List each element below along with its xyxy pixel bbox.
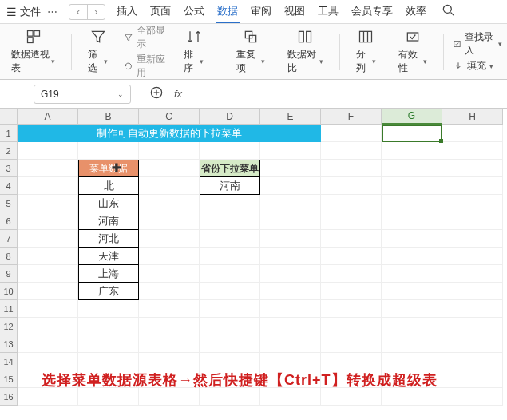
cell[interactable] <box>139 177 200 195</box>
cell[interactable] <box>18 212 78 230</box>
cell[interactable] <box>78 318 139 335</box>
cell[interactable] <box>382 353 442 370</box>
nav-back[interactable]: ‹ <box>69 5 87 19</box>
cell[interactable] <box>260 212 321 230</box>
row-head-13[interactable]: 13 <box>0 335 18 353</box>
cell[interactable] <box>321 265 382 283</box>
reapply[interactable]: 重新应用 <box>124 53 167 80</box>
cell[interactable] <box>382 265 442 283</box>
row-head-15[interactable]: 15 <box>0 370 18 388</box>
cell[interactable] <box>260 318 321 335</box>
cell[interactable] <box>200 300 260 318</box>
cell[interactable] <box>442 300 503 318</box>
hamburger-icon[interactable]: ☰ <box>6 6 17 18</box>
cell[interactable] <box>442 160 503 177</box>
nav-fwd[interactable]: › <box>87 5 105 19</box>
tab-tools[interactable]: 工具 <box>316 1 340 23</box>
cell[interactable] <box>18 195 78 212</box>
row-head-5[interactable]: 5 <box>0 195 18 212</box>
cell[interactable] <box>139 230 200 248</box>
cell[interactable] <box>200 283 260 300</box>
cell[interactable] <box>321 318 382 335</box>
cell[interactable] <box>18 160 78 177</box>
cell[interactable] <box>200 318 260 335</box>
col-head-B[interactable]: B <box>78 109 139 125</box>
row-head-2[interactable]: 2 <box>0 142 18 160</box>
cell[interactable] <box>18 335 78 353</box>
cell[interactable] <box>321 300 382 318</box>
cell[interactable] <box>260 353 321 370</box>
cell[interactable] <box>260 283 321 300</box>
cell[interactable] <box>442 335 503 353</box>
cancel-icon[interactable] <box>149 85 164 104</box>
cell[interactable] <box>321 353 382 370</box>
fill[interactable]: 填充▾ <box>453 59 502 73</box>
row-head-6[interactable]: 6 <box>0 212 18 230</box>
cell[interactable] <box>260 388 321 406</box>
cell[interactable] <box>200 265 260 283</box>
title-cell[interactable]: 制作可自动更新数据的下拉菜单 <box>18 125 321 142</box>
cell[interactable] <box>442 195 503 212</box>
cell[interactable] <box>260 230 321 248</box>
cell[interactable] <box>260 265 321 283</box>
cell[interactable] <box>442 318 503 335</box>
cell[interactable] <box>200 335 260 353</box>
cell[interactable] <box>260 177 321 195</box>
cell[interactable] <box>200 353 260 370</box>
cell[interactable] <box>139 265 200 283</box>
col-head-D[interactable]: D <box>200 109 260 125</box>
cell[interactable] <box>382 195 442 212</box>
cell[interactable] <box>321 230 382 248</box>
select-all-corner[interactable] <box>0 109 18 125</box>
cell[interactable] <box>442 212 503 230</box>
cell[interactable] <box>382 335 442 353</box>
cell[interactable] <box>260 335 321 353</box>
cell[interactable] <box>18 318 78 335</box>
cell[interactable] <box>200 195 260 212</box>
show-all[interactable]: 全部显示 <box>124 24 167 51</box>
cell[interactable] <box>18 300 78 318</box>
cell[interactable] <box>442 265 503 283</box>
cell[interactable] <box>139 142 200 160</box>
col-head-H[interactable]: H <box>442 109 503 125</box>
cell[interactable] <box>139 283 200 300</box>
cell[interactable] <box>139 248 200 265</box>
cell[interactable] <box>382 230 442 248</box>
cell[interactable] <box>18 265 78 283</box>
name-box[interactable]: G19⌄ <box>34 85 131 104</box>
tab-insert[interactable]: 插入 <box>115 1 139 23</box>
cell[interactable] <box>382 160 442 177</box>
cell[interactable] <box>442 370 503 388</box>
col-head-G[interactable]: G <box>382 109 442 125</box>
menu-data-cell[interactable]: 河北 <box>78 230 139 248</box>
menu-data-cell[interactable]: 广东 <box>78 283 139 300</box>
row-head-4[interactable]: 4 <box>0 177 18 195</box>
cell[interactable] <box>382 318 442 335</box>
cell[interactable] <box>321 212 382 230</box>
row-head-8[interactable]: 8 <box>0 248 18 265</box>
row-head-14[interactable]: 14 <box>0 353 18 370</box>
cell[interactable] <box>200 248 260 265</box>
row-head-3[interactable]: 3 <box>0 160 18 177</box>
more-menu[interactable]: ⋯ <box>44 6 61 18</box>
cell[interactable] <box>382 388 442 406</box>
formula-bar[interactable] <box>188 85 507 104</box>
cell[interactable] <box>18 177 78 195</box>
cell[interactable] <box>78 388 139 406</box>
row-head-11[interactable]: 11 <box>0 300 18 318</box>
cell[interactable] <box>18 388 78 406</box>
col-head-E[interactable]: E <box>260 109 321 125</box>
cell[interactable] <box>78 353 139 370</box>
cell[interactable] <box>260 142 321 160</box>
row-head-7[interactable]: 7 <box>0 230 18 248</box>
filter-button[interactable]: 筛选▾ <box>81 29 115 75</box>
cell[interactable] <box>260 300 321 318</box>
cell[interactable] <box>442 283 503 300</box>
cell[interactable] <box>442 388 503 406</box>
cell[interactable] <box>18 353 78 370</box>
cell[interactable] <box>442 142 503 160</box>
cell[interactable] <box>260 195 321 212</box>
tab-page[interactable]: 页面 <box>149 1 172 23</box>
tab-data[interactable]: 数据 <box>216 1 240 23</box>
search-icon[interactable] <box>441 2 457 21</box>
